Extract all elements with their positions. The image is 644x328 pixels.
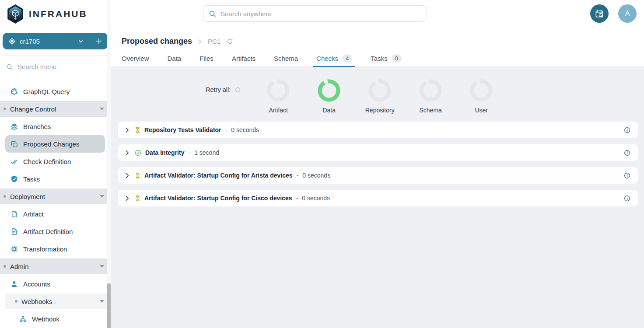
check-duration: 1 second — [194, 149, 219, 156]
pending-hourglass-icon — [135, 172, 140, 179]
checks-panel: Retry all: Artifact Data — [111, 67, 644, 328]
sidebar-item-transformation[interactable]: Transformation — [0, 240, 111, 258]
progress-ring-idle — [267, 79, 290, 102]
separator: - — [296, 195, 298, 202]
schedule-button[interactable] — [590, 4, 609, 23]
tab-tasks[interactable]: Tasks 0 — [368, 50, 405, 66]
infrahub-logo[interactable]: INFRAHUB — [0, 0, 111, 28]
info-icon[interactable] — [623, 194, 631, 202]
webhook-icon — [19, 315, 27, 323]
section-label: Webhooks — [21, 298, 52, 305]
info-icon[interactable] — [623, 171, 631, 180]
expand-chevron-icon[interactable] — [123, 126, 131, 134]
add-branch-button[interactable] — [90, 34, 108, 48]
transformation-gear-icon — [10, 245, 18, 253]
sidebar-item-graphql-query[interactable]: GraphQL Query — [0, 83, 111, 100]
check-row-repository-tests[interactable]: Repository Tests Validator - 0 seconds — [118, 122, 638, 138]
user-avatar[interactable]: A — [618, 4, 637, 23]
info-icon[interactable] — [623, 126, 631, 134]
sidebar-search[interactable] — [0, 56, 111, 78]
expand-chevron-icon[interactable] — [123, 149, 131, 157]
sidebar: INFRAHUB cr1705 — [0, 0, 111, 328]
tab-label: Files — [200, 55, 214, 62]
validators-summary: Retry all: Artifact Data — [111, 67, 644, 114]
sidebar-item-tasks[interactable]: Tasks — [0, 170, 111, 188]
validator-label: Artifact — [269, 107, 288, 114]
check-row-artifact-cisco[interactable]: Artifact Validator: Startup Config for C… — [118, 190, 638, 206]
validator-rings: Artifact Data Repository Schema — [259, 79, 501, 114]
branch-chevron-down-icon[interactable] — [72, 36, 90, 47]
separator: - — [297, 172, 299, 179]
graphql-icon — [10, 88, 18, 95]
sidebar-section-deployment[interactable]: Deployment — [0, 188, 111, 204]
tab-label: Artifacts — [232, 55, 256, 62]
tab-label: Data — [168, 55, 182, 62]
search-icon — [209, 10, 216, 17]
sidebar-item-label: Artifact — [23, 210, 44, 218]
success-check-icon — [135, 150, 141, 156]
brand-wordmark: INFRAHUB — [29, 9, 88, 19]
separator: - — [225, 126, 228, 133]
accounts-person-icon — [10, 280, 18, 288]
tab-data[interactable]: Data — [164, 50, 185, 66]
check-row-artifact-arista[interactable]: Artifact Validator: Startup Config for A… — [118, 167, 638, 184]
retry-all-refresh-icon[interactable] — [234, 87, 241, 93]
sidebar-item-label: Branches — [23, 123, 51, 130]
sidebar-item-label: Webhook — [32, 315, 60, 323]
sidebar-item-artifact-definition[interactable]: Artifact Definition — [0, 223, 111, 240]
sidebar-subsection-webhooks[interactable]: Webhooks — [5, 293, 111, 309]
tab-label: Tasks — [371, 55, 387, 62]
tab-label: Overview — [122, 55, 149, 62]
section-label: Admin — [10, 263, 29, 270]
check-title: Artifact Validator: Startup Config for C… — [144, 195, 292, 202]
app-window: INFRAHUB cr1705 — [0, 0, 644, 328]
check-list: Repository Tests Validator - 0 seconds — [118, 122, 638, 206]
sidebar-item-proposed-changes[interactable]: Proposed Changes — [5, 135, 105, 153]
avatar-initial: A — [625, 10, 630, 17]
expand-chevron-icon[interactable] — [123, 172, 131, 179]
global-search[interactable] — [203, 5, 427, 22]
validator-data[interactable]: Data — [309, 79, 349, 114]
sidebar-item-check-definition[interactable]: Check Definition — [0, 153, 111, 170]
info-icon[interactable] — [623, 149, 631, 157]
tab-overview[interactable]: Overview — [119, 50, 152, 66]
section-collapse-icon — [100, 108, 104, 110]
section-collapse-icon — [100, 195, 104, 198]
breadcrumb-section[interactable]: Proposed changes — [122, 37, 192, 46]
tab-checks[interactable]: Checks 4 — [313, 50, 355, 66]
sidebar-search-input[interactable] — [18, 63, 92, 70]
sidebar-item-branches[interactable]: Branches — [0, 118, 111, 135]
tab-schema[interactable]: Schema — [271, 50, 301, 66]
validator-repository[interactable]: Repository — [360, 79, 399, 114]
refresh-icon[interactable] — [227, 38, 233, 45]
validator-user[interactable]: User — [462, 79, 501, 114]
sidebar-item-artifact[interactable]: Artifact — [0, 205, 111, 223]
validator-schema[interactable]: Schema — [411, 79, 450, 114]
sidebar-section-admin[interactable]: Admin — [0, 258, 111, 274]
tab-files[interactable]: Files — [196, 50, 217, 66]
progress-ring-idle — [470, 79, 493, 102]
calendar-clock-icon — [595, 9, 604, 18]
section-dot — [15, 300, 18, 303]
proposed-changes-icon — [10, 140, 18, 148]
global-search-input[interactable] — [220, 10, 421, 17]
validator-artifact[interactable]: Artifact — [259, 79, 298, 114]
sidebar-item-webhook[interactable]: Webhook — [0, 310, 111, 328]
section-dot — [4, 195, 6, 198]
branch-icon — [9, 38, 15, 45]
tasks-shield-icon — [10, 175, 18, 183]
branches-icon — [10, 123, 18, 130]
check-row-data-integrity[interactable]: Data Integrity - 1 second — [118, 144, 638, 161]
sidebar-item-accounts[interactable]: Accounts — [0, 275, 111, 293]
progress-ring-idle — [419, 79, 442, 102]
sidebar-item-label: Proposed Changes — [23, 140, 79, 148]
section-collapse-icon — [100, 300, 104, 303]
expand-chevron-icon[interactable] — [123, 195, 131, 202]
tab-artifacts[interactable]: Artifacts — [229, 50, 259, 66]
sidebar-item-label: Check Definition — [23, 158, 71, 165]
sidebar-scrollbar-thumb[interactable] — [107, 283, 111, 328]
branch-selector[interactable]: cr1705 — [3, 33, 108, 49]
progress-ring-success — [318, 79, 340, 102]
sidebar-section-change-control[interactable]: Change Control — [0, 101, 111, 117]
main-area: A Proposed changes PC1 Overview Data Fil… — [111, 0, 644, 328]
